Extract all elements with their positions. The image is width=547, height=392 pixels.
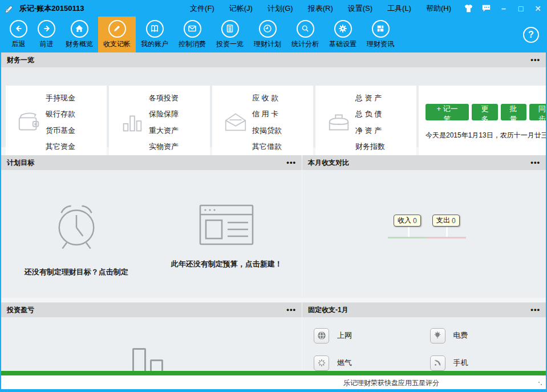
maximize-button[interactable]: □ xyxy=(516,4,525,13)
main-toolbar: 后退 前进 财务概览 收支记帐 我的账户 xyxy=(1,17,546,52)
panel-title: 计划目标 xyxy=(7,158,34,168)
mail-open-icon xyxy=(219,109,252,135)
total-link[interactable]: 总 负 债 xyxy=(355,106,385,122)
book-icon xyxy=(146,20,164,38)
content-area: 财务一览 ••• 手持现金 银行存款 xyxy=(1,52,546,371)
status-message[interactable]: 乐记理财荣获快盘应用五星评分 xyxy=(343,378,439,388)
menubar: 文件(F) 记帐(J) 计划(G) 报表(R) 设置(S) 工具(L) 帮助(H… xyxy=(190,3,451,14)
no-goal-prompt[interactable]: 还没有制定理财目标？点击制定 xyxy=(25,267,128,277)
toolbar-statistics[interactable]: 统计分析 xyxy=(286,17,324,52)
fixed-item-electricity[interactable]: 电费 xyxy=(430,322,546,349)
toolbar-spend-control[interactable]: 控制消费 xyxy=(173,17,211,52)
today-date-text: 今天是2015年1月13日，农历十一月廿三。 xyxy=(426,131,546,140)
back-arrow-icon xyxy=(10,20,27,38)
panel-menu-button[interactable]: ••• xyxy=(530,57,540,63)
expense-tooltip: 支出 0 xyxy=(432,215,460,227)
fixed-item-gas[interactable]: 燃气 xyxy=(314,349,430,371)
income-stem xyxy=(408,227,410,237)
panel-title: 投资盈亏 xyxy=(7,305,34,315)
asset-link[interactable]: 银行存款 xyxy=(46,106,75,122)
resize-grip-icon[interactable] xyxy=(538,381,544,387)
total-link[interactable]: 财务指数 xyxy=(355,139,385,154)
total-link[interactable]: 净 资 产 xyxy=(355,123,385,138)
asset-link[interactable]: 货币基金 xyxy=(46,123,75,138)
fixed-item-internet[interactable]: 上网 xyxy=(314,322,430,349)
panel-menu-button[interactable]: ••• xyxy=(530,307,540,313)
investment-link[interactable]: 实物资产 xyxy=(149,139,179,154)
menu-tools[interactable]: 工具(L) xyxy=(387,3,411,14)
more-button[interactable]: 更多 xyxy=(472,104,497,120)
sync-button[interactable]: 同步 xyxy=(529,104,546,120)
app-logo-icon xyxy=(5,3,15,14)
liabilities-card[interactable]: 应 收 款 信 用 卡 按揭贷款 其它借款 xyxy=(212,86,313,159)
batch-button[interactable]: 批量 xyxy=(501,104,526,120)
investment-link[interactable]: 保险保障 xyxy=(149,106,179,122)
briefcase-icon xyxy=(322,109,355,135)
skin-shirt-icon[interactable] xyxy=(464,4,473,13)
asset-link[interactable]: 其它资金 xyxy=(46,139,75,154)
envelope-icon xyxy=(184,20,201,38)
liability-link[interactable]: 其它借款 xyxy=(252,139,282,154)
minimize-button[interactable]: – xyxy=(499,4,508,13)
expense-label: 支出 xyxy=(436,216,450,225)
toolbar-forward[interactable]: 前进 xyxy=(33,17,60,52)
panel-menu-button[interactable]: ••• xyxy=(286,160,296,165)
panel-title: 本月收支对比 xyxy=(308,158,349,168)
investments-card[interactable]: 各项投资 保险保障 重大资产 实物资产 xyxy=(109,86,210,159)
close-button[interactable]: ✕ xyxy=(533,4,542,13)
quick-actions-card: + 记一笔 更多 批量 同步 今天是2015年1月13日，农历十一月廿三。 xyxy=(419,86,546,159)
investment-link[interactable]: 各项投资 xyxy=(149,90,179,106)
toolbar-my-accounts[interactable]: 我的账户 xyxy=(136,17,173,52)
record-entry-button[interactable]: + 记一笔 xyxy=(426,104,469,120)
finance-overview-header: 财务一览 ••• xyxy=(1,52,546,67)
assets-card[interactable]: 手持现金 银行存款 货币基金 其它资金 xyxy=(6,86,107,159)
finance-overview-body: 手持现金 银行存款 货币基金 其它资金 各项投资 保险保障 xyxy=(1,67,546,147)
app-window: 乐记-账本20150113 文件(F) 记帐(J) 计划(G) 报表(R) 设置… xyxy=(0,0,547,392)
investment-link[interactable]: 重大资产 xyxy=(149,123,179,138)
liability-link[interactable]: 信 用 卡 xyxy=(252,106,282,122)
calculator-icon xyxy=(221,20,239,38)
toolbar-record-active[interactable]: 收支记帐 xyxy=(98,17,136,52)
month-compare-body: 收入 0 支出 0 xyxy=(302,170,546,298)
toolbar-finance-overview[interactable]: 财务概览 xyxy=(60,17,98,52)
month-compare-header: 本月收支对比 ••• xyxy=(302,155,546,170)
menu-report[interactable]: 报表(R) xyxy=(308,3,333,14)
toolbar-back[interactable]: 后退 xyxy=(5,17,33,52)
feedback-bubble-icon[interactable] xyxy=(481,4,491,13)
toolbar-finance-news[interactable]: 理财资讯 xyxy=(362,17,399,52)
panel-title: 固定收支-1月 xyxy=(308,305,349,315)
no-budget-prompt[interactable]: 此年还没有制定预算，点击新建！ xyxy=(171,259,282,269)
toolbar-investments[interactable]: 投资一览 xyxy=(211,17,249,52)
income-value: 0 xyxy=(413,217,417,225)
fixed-item-mobile[interactable]: 手机 xyxy=(430,349,546,371)
liability-link[interactable]: 应 收 款 xyxy=(252,90,282,106)
plan-goals-header: 计划目标 ••• xyxy=(1,155,302,170)
help-button[interactable]: ? xyxy=(523,27,539,43)
budget-window-icon xyxy=(198,203,255,246)
income-label: 收入 xyxy=(398,216,411,225)
window-title: 乐记-账本20150113 xyxy=(19,3,84,14)
menu-plan[interactable]: 计划(G) xyxy=(268,3,293,14)
menu-record[interactable]: 记帐(J) xyxy=(229,3,253,14)
expense-value: 0 xyxy=(452,217,456,225)
tiles-icon xyxy=(372,20,390,38)
menu-file[interactable]: 文件(F) xyxy=(190,3,214,14)
pencil-icon xyxy=(108,20,126,38)
globe-icon xyxy=(314,328,329,343)
investment-pl-body xyxy=(1,317,302,371)
menu-settings[interactable]: 设置(S) xyxy=(348,3,372,14)
toolbar-finance-plan[interactable]: 理财计划 xyxy=(249,17,286,52)
statusbar: 乐记理财荣获快盘应用五星评分 xyxy=(1,375,546,389)
alarm-clock-icon xyxy=(47,195,106,254)
wallet-icon xyxy=(13,109,46,135)
invest-bar-icon xyxy=(150,359,163,371)
home-icon xyxy=(71,20,88,38)
total-link[interactable]: 总 资 产 xyxy=(355,90,385,106)
panel-menu-button[interactable]: ••• xyxy=(530,160,540,165)
menu-help[interactable]: 帮助(H) xyxy=(426,3,451,14)
toolbar-base-settings[interactable]: 基础设置 xyxy=(324,17,362,52)
panel-menu-button[interactable]: ••• xyxy=(286,307,296,313)
totals-card[interactable]: 总 资 产 总 负 债 净 资 产 财务指数 xyxy=(315,86,416,159)
asset-link[interactable]: 手持现金 xyxy=(46,90,75,106)
liability-link[interactable]: 按揭贷款 xyxy=(252,123,282,138)
